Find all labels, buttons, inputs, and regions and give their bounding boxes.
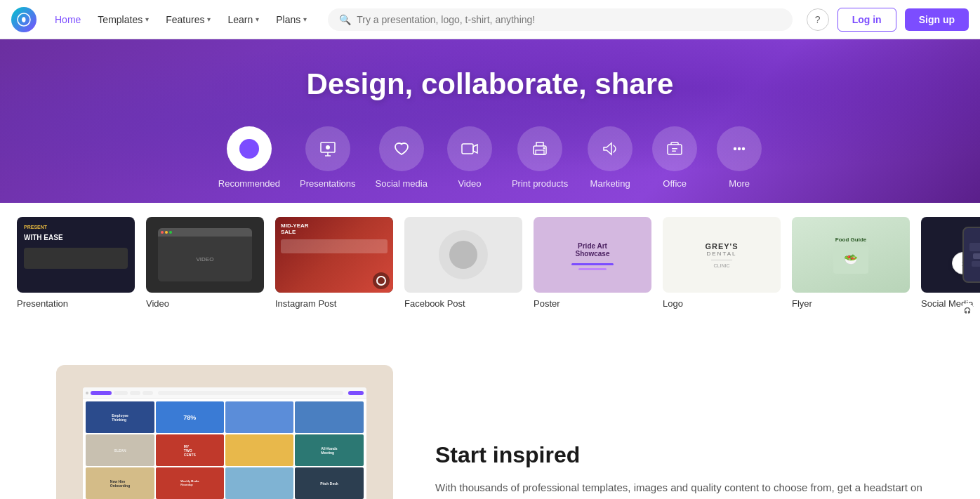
flyer-label: Flyer <box>792 298 910 309</box>
card-flyer-thumb: Food Guide 🥗 <box>792 217 910 293</box>
poster-label: Poster <box>534 298 651 309</box>
presentations-label: Presentations <box>300 178 356 189</box>
nav-right: ? Log in Sign up <box>807 8 969 32</box>
svg-point-14 <box>738 147 741 150</box>
card-video[interactable]: VIDEO Video <box>146 217 264 309</box>
login-button[interactable]: Log in <box>837 8 896 32</box>
nav-home[interactable]: Home <box>48 10 88 29</box>
office-label: Office <box>663 178 687 189</box>
category-marketing[interactable]: Marketing <box>588 126 633 189</box>
video-label: Video <box>458 178 481 189</box>
marketing-icon <box>588 126 633 171</box>
card-logo[interactable]: GREY'S DENTAL CLINIC Logo <box>663 217 781 309</box>
nav-features[interactable]: Features ▾ <box>159 10 218 29</box>
nav-templates[interactable]: Templates ▾ <box>91 10 156 29</box>
card-poster[interactable]: Pride ArtShowcase Poster <box>534 217 651 309</box>
card-social-media-thumb <box>921 217 980 293</box>
card-poster-thumb: Pride ArtShowcase <box>534 217 651 293</box>
templates-chevron-icon: ▾ <box>145 15 149 23</box>
plans-chevron-icon: ▾ <box>303 15 307 23</box>
canva-logo[interactable] <box>11 7 37 32</box>
print-products-label: Print products <box>512 178 568 189</box>
laptop-screen: EmployeeThinking 78% SLEAN MYTWOCENTS Al… <box>83 387 366 499</box>
cards-row: PRESENT WITH EASE Presentation VIDEO <box>0 217 980 309</box>
marketing-label: Marketing <box>590 178 630 189</box>
inspired-description: With thousands of professional templates… <box>435 479 924 500</box>
category-more[interactable]: More <box>717 126 762 189</box>
laptop-grid: EmployeeThinking 78% SLEAN MYTWOCENTS Al… <box>83 399 366 499</box>
video-label: Video <box>146 298 264 309</box>
logo[interactable] <box>11 7 37 32</box>
svg-rect-8 <box>536 150 544 154</box>
presentations-icon <box>305 126 350 171</box>
svg-rect-12 <box>672 151 676 152</box>
search-bar[interactable]: 🔍 <box>328 8 792 31</box>
card-flyer[interactable]: Food Guide 🥗 Flyer <box>792 217 910 309</box>
inspired-section: EmployeeThinking 78% SLEAN MYTWOCENTS Al… <box>0 323 980 499</box>
cards-section: PRESENT WITH EASE Presentation VIDEO <box>0 203 980 323</box>
more-icon <box>717 126 762 171</box>
nav-plans[interactable]: Plans ▾ <box>269 10 314 29</box>
laptop-navbar <box>83 387 366 399</box>
card-facebook-thumb: 🎧 <box>404 217 522 293</box>
instagram-label: Instagram Post <box>275 298 393 309</box>
card-instagram-thumb: MID-YEARSALE <box>275 217 393 293</box>
card-instagram[interactable]: MID-YEARSALE Instagram Post <box>275 217 393 309</box>
card-video-thumb: VIDEO <box>146 217 264 293</box>
hero-section: Design, collaborate, share Recommended <box>0 39 980 203</box>
help-button[interactable]: ? <box>807 8 829 31</box>
category-row: Recommended Presentations Social media <box>14 126 966 203</box>
signup-button[interactable]: Sign up <box>905 8 969 31</box>
presentation-label: Presentation <box>17 298 135 309</box>
more-label: More <box>729 178 750 189</box>
svg-point-13 <box>734 147 736 150</box>
card-presentation-thumb: PRESENT WITH EASE <box>17 217 135 293</box>
social-media-label: Social media <box>376 178 428 189</box>
svg-rect-6 <box>462 144 473 154</box>
svg-rect-10 <box>668 145 682 154</box>
card-facebook[interactable]: 🎧 Facebook Post <box>404 217 522 309</box>
inspired-title: Start inspired <box>435 442 924 468</box>
hero-title: Design, collaborate, share <box>14 67 966 101</box>
category-video[interactable]: Video <box>447 126 492 189</box>
search-icon: 🔍 <box>339 14 351 25</box>
nav-links: Home Templates ▾ Features ▾ Learn ▾ Plan… <box>48 10 314 29</box>
card-presentation[interactable]: PRESENT WITH EASE Presentation <box>17 217 135 309</box>
print-products-icon <box>517 126 562 171</box>
card-logo-thumb: GREY'S DENTAL CLINIC <box>663 217 781 293</box>
svg-point-15 <box>742 147 745 150</box>
navbar: Home Templates ▾ Features ▾ Learn ▾ Plan… <box>0 0 980 39</box>
category-print-products[interactable]: Print products <box>512 126 568 189</box>
inspired-text: Start inspired With thousands of profess… <box>435 442 924 500</box>
learn-chevron-icon: ▾ <box>256 15 259 23</box>
nav-learn[interactable]: Learn ▾ <box>220 10 266 29</box>
search-input[interactable] <box>357 14 781 25</box>
social-media-icon <box>379 126 424 171</box>
card-social-media[interactable]: Social Media <box>921 217 980 309</box>
svg-rect-11 <box>672 148 677 149</box>
logo-label: Logo <box>663 298 781 309</box>
category-social-media[interactable]: Social media <box>376 126 428 189</box>
category-recommended[interactable]: Recommended <box>218 126 280 189</box>
features-chevron-icon: ▾ <box>207 15 211 23</box>
facebook-label: Facebook Post <box>404 298 522 309</box>
video-icon <box>447 126 492 171</box>
svg-point-5 <box>326 145 330 149</box>
recommended-label: Recommended <box>218 178 280 189</box>
recommended-icon <box>227 126 272 171</box>
laptop-illustration: EmployeeThinking 78% SLEAN MYTWOCENTS Al… <box>56 365 393 499</box>
svg-point-9 <box>543 147 545 149</box>
office-icon <box>652 126 697 171</box>
category-presentations[interactable]: Presentations <box>300 126 356 189</box>
category-office[interactable]: Office <box>652 126 697 189</box>
